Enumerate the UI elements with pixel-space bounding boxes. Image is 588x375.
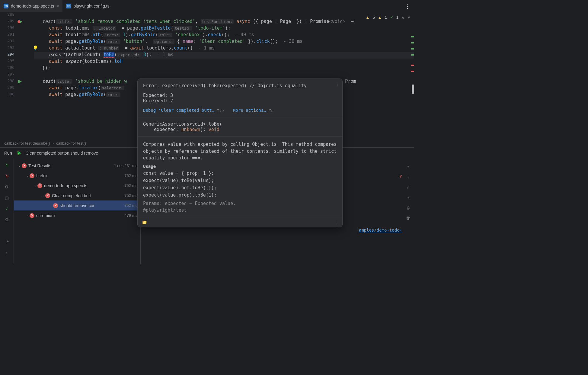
- tab-active[interactable]: TS demo-todo-app.spec.ts ×: [0, 0, 62, 12]
- run-context: Clear completed button.should remove: [26, 151, 98, 155]
- tree-time: 752 ms: [124, 173, 137, 178]
- svg-marker-2: [18, 80, 22, 83]
- debug-link[interactable]: Debug 'Clear completed butt…: [143, 108, 214, 113]
- ts-file-icon: TS: [4, 4, 8, 8]
- folder-icon[interactable]: 📁: [142, 220, 147, 225]
- popup-menu-icon[interactable]: ⋮: [334, 220, 338, 225]
- popup-doc: Compares value with expected by calling …: [138, 136, 342, 217]
- chevron-down-icon[interactable]: ⌄: [17, 164, 22, 168]
- example-line: expect(value).toBe(value);: [143, 178, 337, 183]
- popup-signature: GenericAssertions<void>.toBe( expected: …: [138, 117, 342, 136]
- popup-actions: Debug 'Clear completed butt… ⌥⇧↵ More ac…: [143, 108, 337, 113]
- close-icon[interactable]: ×: [56, 4, 59, 8]
- up-icon[interactable]: ↑: [405, 164, 411, 169]
- output-link[interactable]: amples/demo-todo-: [359, 228, 402, 232]
- chevron-down-icon[interactable]: ⌄: [25, 174, 30, 178]
- popup-menu-icon[interactable]: ⋮: [335, 82, 339, 87]
- expand-icon[interactable]: ›: [4, 250, 10, 255]
- tree-time: 752 ms: [124, 203, 137, 208]
- trash-icon[interactable]: 🗑: [405, 216, 411, 220]
- line-number: 289: [4, 19, 14, 23]
- tree-test-selected[interactable]: ✕ should remove cor 752 ms: [14, 200, 140, 210]
- scroll-to-end-icon[interactable]: ⇥: [405, 195, 411, 200]
- line-number: 298: [4, 79, 14, 83]
- run-test-icon[interactable]: [18, 79, 22, 84]
- bug-icon[interactable]: 🪲: [16, 151, 21, 155]
- example-line: expect(value).not.toBe({});: [143, 185, 337, 191]
- fail-icon: ✕: [37, 183, 42, 188]
- code-line[interactable]: await page.getByRole(role: 'button', opt…: [49, 39, 302, 44]
- code-line[interactable]: expect(actualCount).toBe(expected: 3); -…: [49, 52, 174, 57]
- signature-line: GenericAssertions<void>.toBe(: [143, 121, 222, 127]
- ts-file-icon: TS: [66, 4, 71, 8]
- code-line[interactable]: await expect(todoItems).toH: [49, 59, 123, 64]
- down-icon[interactable]: ↓: [405, 175, 411, 179]
- show-ignored-icon[interactable]: ⊘: [4, 217, 10, 222]
- chevron-right-icon[interactable]: ›: [25, 214, 30, 217]
- tree-browser[interactable]: ⌄ ✕ firefox 752 ms: [14, 171, 140, 181]
- marker-error[interactable]: [411, 71, 414, 72]
- line-number: 295: [4, 59, 14, 63]
- rerun-icon[interactable]: ↻: [4, 162, 10, 168]
- tree-browser[interactable]: › ✕ chromium 479 ms: [14, 210, 140, 220]
- tree-time: 752 ms: [124, 183, 137, 188]
- popup-footer: 📁 ⋮: [138, 217, 342, 227]
- chevron-down-icon[interactable]: ⌄: [40, 194, 45, 197]
- marker-ok[interactable]: [411, 48, 414, 50]
- gutter[interactable]: 288 289 290 291 292 293 294 295 296 297 …: [0, 12, 34, 139]
- output-toolbar: ↑ ↓ ↲ ⇥ ⎙ 🗑: [405, 164, 411, 220]
- tab-bar: TS demo-todo-app.spec.ts × TS playwright…: [0, 0, 414, 12]
- soft-wrap-icon[interactable]: ↲: [405, 185, 411, 190]
- line-number: 297: [4, 72, 14, 76]
- tree-time: 479 ms: [124, 213, 137, 218]
- rerun-failed-icon[interactable]: ↻: [4, 173, 10, 179]
- code-line[interactable]: const todoItems : Locator = page.getByTe…: [49, 25, 231, 31]
- breadcrumb-item[interactable]: callback for test.describe(): [4, 141, 50, 146]
- code-line[interactable]: test(title: 'should remove completed ite…: [42, 19, 354, 24]
- line-number: 296: [4, 65, 14, 70]
- marker-ok[interactable]: [411, 54, 414, 56]
- tree-root[interactable]: ⌄ ✕ Test Results 1 sec 231 ms: [14, 161, 140, 171]
- run-test-fail-icon[interactable]: [18, 19, 22, 24]
- tab-menu-icon[interactable]: ⋮: [401, 2, 414, 10]
- print-icon[interactable]: ⎙: [405, 205, 411, 210]
- code-line[interactable]: await page.getByRole(role:: [49, 92, 120, 97]
- chevron-down-icon[interactable]: ⌄: [33, 184, 37, 188]
- line-number: 300: [4, 92, 14, 96]
- error-tooltip-popup: ⋮ Error: expect(received).toBe(expected)…: [137, 79, 343, 227]
- usage-heading: Usage: [143, 164, 337, 169]
- breadcrumb-item[interactable]: callback for test(): [56, 141, 86, 146]
- received-value: Received: 2: [143, 98, 337, 104]
- run-sidebar: ↻ ↻ ⚙ ▢ ✓ ⊘ ↓ᴬ ›: [0, 158, 14, 264]
- tree-label: demo-todo-app.spec.ts: [44, 183, 123, 188]
- tab-inactive[interactable]: TS playwright.config.ts: [62, 0, 113, 12]
- stop-icon[interactable]: ▢: [4, 195, 10, 200]
- code-line[interactable]: await page.locator(selector:: [49, 85, 124, 91]
- more-actions-link[interactable]: More actions…: [233, 108, 266, 113]
- svg-marker-1: [20, 21, 22, 23]
- settings-icon[interactable]: ⚙: [4, 184, 10, 190]
- tree-label: Test Results: [28, 163, 112, 168]
- tree-file[interactable]: ⌄ ✕ demo-todo-app.spec.ts 752 ms: [14, 181, 140, 191]
- line-number: 292: [4, 39, 14, 43]
- fail-icon: ✕: [53, 203, 58, 208]
- tree-label: firefox: [36, 173, 123, 178]
- marker-viewport[interactable]: [412, 85, 414, 94]
- marker-error[interactable]: [411, 65, 414, 66]
- show-passed-icon[interactable]: ✓: [4, 206, 10, 211]
- code-line[interactable]: });: [42, 65, 50, 71]
- error-stripe[interactable]: [410, 24, 414, 139]
- sort-icon[interactable]: ↓ᴬ: [4, 239, 10, 245]
- code-line[interactable]: await todoItems.nth(index: 1).getByRole(…: [49, 32, 254, 37]
- marker-ok[interactable]: [411, 42, 414, 43]
- marker-ok[interactable]: [411, 36, 414, 37]
- tree-suite[interactable]: ⌄ ✕ Clear completed butt 752 ms: [14, 191, 140, 200]
- tab-label: demo-todo-app.spec.ts: [11, 4, 54, 8]
- code-line[interactable]: const actualCount : number = await todoI…: [49, 45, 215, 51]
- fail-icon: ✕: [22, 163, 27, 168]
- example-line: expect(value.prop).toBe(1);: [143, 192, 337, 198]
- tree-label: should remove cor: [60, 203, 123, 208]
- tab-label: playwright.config.ts: [73, 4, 109, 8]
- test-tree[interactable]: ⌄ ✕ Test Results 1 sec 231 ms ⌄ ✕ firefo…: [14, 158, 141, 264]
- expected-value: Expected: 3: [143, 93, 337, 98]
